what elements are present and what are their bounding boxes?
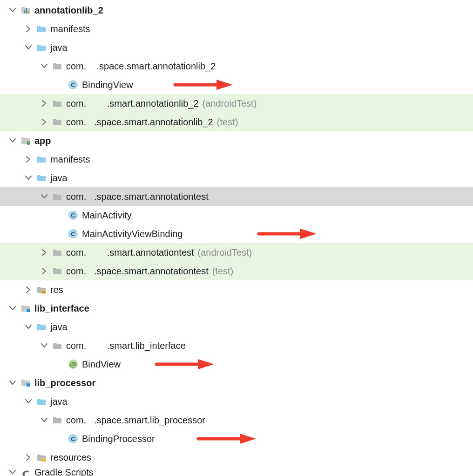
tree-item[interactable]: com. .smart.lib_interface (0, 336, 473, 355)
tree-item[interactable]: lib_interface (0, 299, 473, 318)
tree-item[interactable]: @BindView (0, 355, 473, 374)
folder-grey-icon (52, 98, 62, 109)
chevron-down-icon[interactable] (25, 398, 32, 405)
tree-item[interactable]: com. .space.smart.annotationlib_2(test) (0, 113, 473, 131)
tree-item[interactable]: java (0, 169, 473, 187)
chevron-down-icon[interactable] (25, 175, 32, 181)
module-bars-icon (20, 5, 31, 15)
tree-item-label: com. .space.smart.annotationtest (66, 266, 209, 277)
chevron-right-icon[interactable] (41, 119, 47, 125)
chevron-down-icon[interactable] (41, 193, 47, 200)
tree-item-label: lib_processor (34, 378, 95, 388)
folder-res-icon (36, 452, 47, 462)
tree-item-label: MainActivity (82, 210, 132, 221)
tree-item[interactable]: com. .space.smart.lib_processor (0, 411, 473, 429)
svg-marker-13 (300, 229, 317, 239)
svg-text:C: C (71, 231, 75, 238)
tree-item-label: java (50, 42, 68, 53)
tree-item-suffix: (test) (217, 117, 238, 128)
chevron-down-icon[interactable] (41, 417, 47, 423)
svg-rect-15 (42, 291, 45, 292)
tree-item[interactable]: java (0, 318, 473, 336)
chevron-right-icon[interactable] (41, 268, 47, 274)
chevron-down-icon[interactable] (25, 44, 32, 51)
tree-item[interactable]: annotationlib_2 (0, 1, 473, 20)
tree-item[interactable]: resources (0, 448, 473, 467)
svg-marker-21 (198, 359, 214, 369)
tree-item-label: annotationlib_2 (34, 5, 103, 16)
svg-text:C: C (71, 212, 75, 219)
svg-rect-16 (42, 292, 45, 292)
chevron-down-icon[interactable] (41, 342, 47, 349)
project-tree[interactable]: annotationlib_2manifestsjavacom. .space.… (0, 0, 473, 476)
folder-grey-icon (52, 415, 62, 425)
tree-item[interactable]: Gradle Scripts (0, 467, 473, 476)
tree-item[interactable]: app (0, 131, 473, 150)
tree-item-label: com. .space.smart.annotationlib_2 (66, 117, 213, 128)
folder-blue-icon (36, 42, 47, 53)
chevron-down-icon[interactable] (9, 137, 16, 144)
tree-item[interactable]: com. .space.smart.annotationtest(test) (0, 262, 473, 280)
chevron-down-icon[interactable] (9, 469, 16, 476)
svg-rect-28 (42, 459, 45, 459)
chevron-down-icon[interactable] (9, 7, 16, 14)
chevron-down-icon[interactable] (9, 380, 16, 386)
svg-rect-22 (27, 383, 30, 387)
svg-marker-26 (240, 434, 256, 444)
chevron-right-icon[interactable] (41, 249, 47, 256)
module-lib-icon (20, 303, 31, 313)
tree-item[interactable]: CMainActivity (0, 206, 473, 224)
tree-item-label: manifests (50, 24, 90, 34)
chevron-right-icon[interactable] (25, 454, 32, 461)
svg-rect-29 (42, 460, 45, 460)
chevron-down-icon[interactable] (9, 305, 16, 312)
folder-blue-icon (36, 322, 47, 332)
tree-item[interactable]: manifests (0, 20, 473, 38)
tree-item[interactable]: manifests (0, 150, 473, 169)
tree-item-label: BindView (82, 359, 121, 370)
chevron-right-icon[interactable] (25, 156, 32, 163)
folder-grey-icon (52, 61, 62, 71)
folder-blue-icon (36, 24, 47, 34)
tree-item[interactable]: CMainActivityViewBinding (0, 224, 473, 243)
tree-item[interactable]: java (0, 392, 473, 411)
folder-blue-icon (36, 154, 47, 164)
tree-item[interactable]: com. .space.smart.annotationlib_2 (0, 57, 473, 75)
chevron-right-icon[interactable] (25, 286, 32, 293)
tree-item-label: com. .smart.annotationlib_2 (66, 98, 199, 109)
tree-item[interactable]: com. .smart.annotationlib_2(androidTest) (0, 94, 473, 113)
chevron-right-icon[interactable] (41, 100, 47, 107)
tree-item[interactable]: java (0, 38, 473, 57)
svg-rect-1 (26, 8, 27, 14)
tree-item[interactable]: lib_processor (0, 374, 473, 392)
tree-item-label: res (50, 285, 63, 295)
module-app-icon (20, 136, 31, 146)
annotation-arrow-icon (172, 78, 228, 92)
annotation-arrow-icon (196, 432, 251, 446)
class-c-icon: C (68, 80, 78, 90)
folder-grey-icon (52, 117, 62, 127)
gradle-icon (20, 467, 31, 476)
tree-item-label: MainActivityViewBinding (82, 229, 182, 239)
tree-item-suffix: (androidTest) (203, 98, 257, 109)
tree-item[interactable]: com. .smart.annotationtest(androidTest) (0, 243, 473, 262)
chevron-down-icon[interactable] (41, 63, 47, 69)
chevron-down-icon[interactable] (25, 324, 32, 330)
tree-item-label: Gradle Scripts (34, 467, 94, 476)
folder-blue-icon (36, 173, 47, 183)
class-c-icon: C (68, 210, 78, 220)
svg-text:@: @ (70, 360, 76, 368)
folder-res-icon (36, 285, 47, 295)
class-c-icon: C (68, 434, 78, 444)
tree-item-label: com. .smart.lib_interface (66, 340, 186, 351)
tree-item[interactable]: CBindingView (0, 75, 473, 94)
folder-grey-icon (52, 191, 62, 202)
tree-item[interactable]: res (0, 280, 473, 299)
chevron-right-icon[interactable] (25, 26, 32, 32)
tree-item[interactable]: CBindingProcessor (0, 429, 473, 448)
tree-item-label: com. .smart.annotationtest (66, 247, 194, 258)
tree-item[interactable]: com. .space.smart.annotationtest (0, 187, 473, 206)
tree-item-label: manifests (50, 154, 90, 165)
folder-grey-icon (52, 247, 62, 258)
svg-rect-0 (24, 10, 25, 14)
